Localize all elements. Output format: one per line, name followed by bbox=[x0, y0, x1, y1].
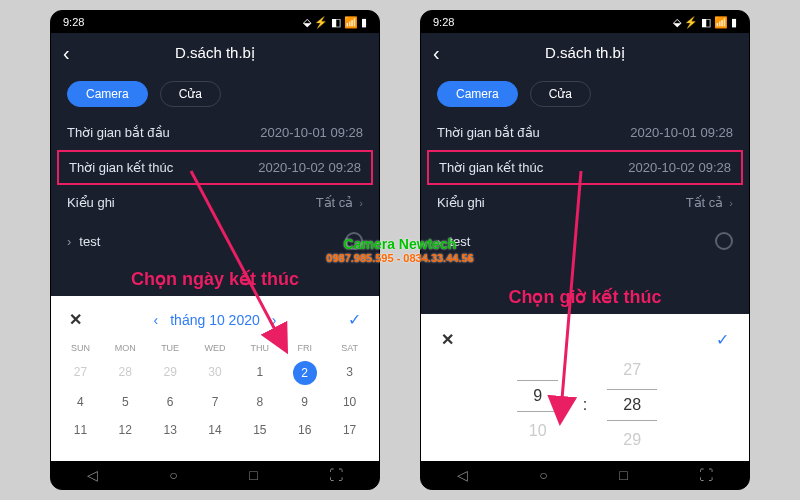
minute-wheel[interactable]: 27 28 29 bbox=[607, 361, 657, 449]
record-type-value: Tất cả bbox=[686, 195, 724, 210]
calendar-grid: SUN MON TUE WED THU FRI SAT 27 28 29 30 … bbox=[59, 339, 371, 443]
content-spacer: Chọn giờ kết thúc bbox=[421, 262, 749, 314]
calendar-day[interactable]: 7 bbox=[194, 389, 237, 415]
end-time-row[interactable]: Thời gian kết thúc 2020-10-02 09:28 bbox=[427, 150, 743, 185]
calendar-day-other[interactable]: 30 bbox=[194, 359, 237, 387]
filter-tabs: Camera Cửa bbox=[51, 73, 379, 115]
record-type-value: Tất cả bbox=[316, 195, 354, 210]
hour-wheel[interactable]: 9 10 bbox=[513, 370, 563, 440]
minute-prev: 27 bbox=[623, 361, 641, 379]
tab-camera[interactable]: Camera bbox=[437, 81, 518, 107]
tab-cua[interactable]: Cửa bbox=[160, 81, 221, 107]
time-separator: : bbox=[583, 396, 587, 414]
calendar-day[interactable]: 1 bbox=[238, 359, 281, 387]
calendar-day[interactable]: 14 bbox=[194, 417, 237, 443]
device-test-row[interactable]: ›test bbox=[421, 220, 749, 262]
end-time-value: 2020-10-02 09:28 bbox=[258, 160, 361, 175]
weekday-header: SUN bbox=[59, 339, 102, 357]
calendar-day[interactable]: 17 bbox=[328, 417, 371, 443]
start-time-value: 2020-10-01 09:28 bbox=[260, 125, 363, 140]
calendar-day[interactable]: 6 bbox=[149, 389, 192, 415]
time-picker-close-button[interactable]: ✕ bbox=[441, 330, 454, 349]
calendar-month-label: tháng 10 2020 bbox=[170, 312, 260, 328]
nav-home-icon[interactable]: ○ bbox=[169, 467, 177, 483]
time-picker-confirm-button[interactable]: ✓ bbox=[716, 330, 729, 349]
weekday-header: FRI bbox=[283, 339, 326, 357]
hour-current: 9 bbox=[517, 380, 558, 412]
nav-back-icon[interactable]: ◁ bbox=[457, 467, 468, 483]
phone-right-time-picker: 9:28 ⬙ ⚡ ◧ 📶 ▮ ‹ D.sách th.bị Camera Cửa… bbox=[420, 10, 750, 490]
calendar-day[interactable]: 11 bbox=[59, 417, 102, 443]
nav-home-icon[interactable]: ○ bbox=[539, 467, 547, 483]
calendar-confirm-button[interactable]: ✓ bbox=[348, 310, 361, 329]
weekday-header: SAT bbox=[328, 339, 371, 357]
record-type-row[interactable]: Kiểu ghi Tất cả› bbox=[51, 185, 379, 220]
status-bar: 9:28 ⬙ ⚡ ◧ 📶 ▮ bbox=[51, 11, 379, 33]
nav-back-icon[interactable]: ◁ bbox=[87, 467, 98, 483]
tab-camera[interactable]: Camera bbox=[67, 81, 148, 107]
nav-recent-icon[interactable]: □ bbox=[249, 467, 257, 483]
start-time-label: Thời gian bắt đầu bbox=[67, 125, 170, 140]
header-title: D.sách th.bị bbox=[545, 44, 625, 62]
calendar-day[interactable]: 16 bbox=[283, 417, 326, 443]
calendar-day[interactable]: 15 bbox=[238, 417, 281, 443]
status-time: 9:28 bbox=[63, 16, 84, 28]
weekday-header: WED bbox=[194, 339, 237, 357]
chevron-right-icon: › bbox=[729, 197, 733, 209]
end-time-row[interactable]: Thời gian kết thúc 2020-10-02 09:28 bbox=[57, 150, 373, 185]
calendar-day[interactable]: 9 bbox=[283, 389, 326, 415]
weekday-header: TUE bbox=[149, 339, 192, 357]
hour-next: 10 bbox=[529, 422, 547, 440]
filter-tabs: Camera Cửa bbox=[421, 73, 749, 115]
radio-unselected-icon[interactable] bbox=[345, 232, 363, 250]
calendar-day-other[interactable]: 28 bbox=[104, 359, 147, 387]
record-type-row[interactable]: Kiểu ghi Tất cả› bbox=[421, 185, 749, 220]
back-button[interactable]: ‹ bbox=[63, 42, 70, 65]
radio-unselected-icon[interactable] bbox=[715, 232, 733, 250]
status-bar: 9:28 ⬙ ⚡ ◧ 📶 ▮ bbox=[421, 11, 749, 33]
annotation-choose-end-time: Chọn giờ kết thúc bbox=[421, 280, 749, 314]
end-time-value: 2020-10-02 09:28 bbox=[628, 160, 731, 175]
calendar-day[interactable]: 8 bbox=[238, 389, 281, 415]
expand-icon: › bbox=[67, 234, 71, 249]
back-button[interactable]: ‹ bbox=[433, 42, 440, 65]
calendar-prev-month-button[interactable]: ‹ bbox=[154, 312, 159, 328]
start-time-row[interactable]: Thời gian bắt đầu 2020-10-01 09:28 bbox=[51, 115, 379, 150]
weekday-header: THU bbox=[238, 339, 281, 357]
nav-accessibility-icon[interactable]: ⛶ bbox=[329, 467, 343, 483]
calendar-header: ✕ ‹ tháng 10 2020 › ✓ bbox=[59, 306, 371, 339]
time-picker-wheels: 9 10 : 27 28 29 bbox=[433, 361, 737, 449]
calendar-next-month-button[interactable]: › bbox=[272, 312, 277, 328]
device-test-row[interactable]: ›test bbox=[51, 220, 379, 262]
calendar-day-selected[interactable]: 2 bbox=[293, 361, 317, 385]
app-header: ‹ D.sách th.bị bbox=[421, 33, 749, 73]
status-icons: ⬙ ⚡ ◧ 📶 ▮ bbox=[303, 16, 367, 29]
calendar-day[interactable]: 13 bbox=[149, 417, 192, 443]
calendar-day-other[interactable]: 29 bbox=[149, 359, 192, 387]
android-nav-bar: ◁ ○ □ ⛶ bbox=[421, 461, 749, 489]
calendar-day[interactable]: 5 bbox=[104, 389, 147, 415]
end-time-label: Thời gian kết thúc bbox=[69, 160, 173, 175]
calendar-day[interactable]: 3 bbox=[328, 359, 371, 387]
calendar-day-other[interactable]: 27 bbox=[59, 359, 102, 387]
record-type-label: Kiểu ghi bbox=[67, 195, 115, 210]
calendar-day[interactable]: 10 bbox=[328, 389, 371, 415]
weekday-header: MON bbox=[104, 339, 147, 357]
status-time: 9:28 bbox=[433, 16, 454, 28]
nav-recent-icon[interactable]: □ bbox=[619, 467, 627, 483]
tab-cua[interactable]: Cửa bbox=[530, 81, 591, 107]
start-time-label: Thời gian bắt đầu bbox=[437, 125, 540, 140]
minute-current: 28 bbox=[607, 389, 657, 421]
nav-accessibility-icon[interactable]: ⛶ bbox=[699, 467, 713, 483]
annotation-choose-end-date: Chọn ngày kết thúc bbox=[51, 262, 379, 296]
end-time-label: Thời gian kết thúc bbox=[439, 160, 543, 175]
start-time-row[interactable]: Thời gian bắt đầu 2020-10-01 09:28 bbox=[421, 115, 749, 150]
minute-next: 29 bbox=[623, 431, 641, 449]
calendar-day[interactable]: 12 bbox=[104, 417, 147, 443]
calendar-day[interactable]: 4 bbox=[59, 389, 102, 415]
time-picker-header: ✕ ✓ bbox=[433, 326, 737, 361]
chevron-right-icon: › bbox=[359, 197, 363, 209]
time-wheel-picker: ✕ ✓ 9 10 : 27 28 29 bbox=[421, 314, 749, 461]
device-name: test bbox=[449, 234, 470, 249]
calendar-close-button[interactable]: ✕ bbox=[69, 310, 82, 329]
